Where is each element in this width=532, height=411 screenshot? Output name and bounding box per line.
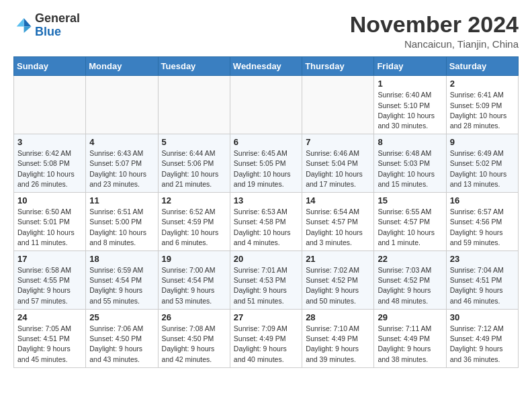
day-detail: Sunrise: 6:55 AM Sunset: 4:57 PM Dayligh… [378,207,442,248]
weekday-wednesday: Wednesday [230,57,302,76]
day-number: 20 [234,254,298,264]
day-number: 18 [89,254,154,264]
calendar-cell: 21Sunrise: 7:02 AM Sunset: 4:52 PM Dayli… [302,251,374,310]
calendar-cell: 26Sunrise: 7:08 AM Sunset: 4:50 PM Dayli… [158,309,230,367]
calendar-cell: 20Sunrise: 7:01 AM Sunset: 4:53 PM Dayli… [230,251,302,310]
calendar-cell [230,76,302,134]
calendar-cell: 19Sunrise: 7:00 AM Sunset: 4:54 PM Dayli… [158,251,230,310]
day-number: 30 [450,312,515,322]
calendar-cell: 29Sunrise: 7:11 AM Sunset: 4:49 PM Dayli… [374,309,446,367]
day-number: 3 [17,137,82,147]
weekday-saturday: Saturday [446,57,518,76]
day-detail: Sunrise: 6:44 AM Sunset: 5:06 PM Dayligh… [162,148,226,189]
weekday-thursday: Thursday [302,57,374,76]
day-detail: Sunrise: 7:01 AM Sunset: 4:53 PM Dayligh… [234,265,298,306]
day-number: 27 [234,312,298,322]
calendar-cell: 8Sunrise: 6:48 AM Sunset: 5:03 PM Daylig… [374,134,446,193]
calendar-cell: 6Sunrise: 6:45 AM Sunset: 5:05 PM Daylig… [230,134,302,193]
calendar-cell: 1Sunrise: 6:40 AM Sunset: 5:10 PM Daylig… [374,76,446,134]
calendar-cell: 11Sunrise: 6:51 AM Sunset: 5:00 PM Dayli… [86,193,158,251]
day-number: 10 [17,195,82,205]
week-row-2: 3Sunrise: 6:42 AM Sunset: 5:08 PM Daylig… [14,134,519,193]
svg-marker-0 [24,18,32,26]
day-detail: Sunrise: 7:02 AM Sunset: 4:52 PM Dayligh… [306,265,370,306]
svg-marker-2 [17,18,24,26]
day-number: 14 [306,195,370,205]
logo-blue: Blue [35,25,61,38]
day-detail: Sunrise: 6:52 AM Sunset: 4:59 PM Dayligh… [162,207,226,248]
day-detail: Sunrise: 6:45 AM Sunset: 5:05 PM Dayligh… [234,148,298,189]
day-number: 24 [17,312,82,322]
calendar-cell: 10Sunrise: 6:50 AM Sunset: 5:01 PM Dayli… [14,193,86,251]
day-detail: Sunrise: 7:06 AM Sunset: 4:50 PM Dayligh… [89,324,154,365]
day-number: 7 [306,137,370,147]
page: General Blue November 2024 Nancaicun, Ti… [0,0,532,377]
week-row-4: 17Sunrise: 6:58 AM Sunset: 4:55 PM Dayli… [14,251,519,310]
day-number: 15 [378,195,442,205]
calendar: SundayMondayTuesdayWednesdayThursdayFrid… [13,56,519,367]
weekday-monday: Monday [86,57,158,76]
day-number: 9 [450,137,515,147]
calendar-cell: 23Sunrise: 7:04 AM Sunset: 4:51 PM Dayli… [446,251,518,310]
day-number: 11 [89,195,154,205]
calendar-cell: 28Sunrise: 7:10 AM Sunset: 4:49 PM Dayli… [302,309,374,367]
day-number: 28 [306,312,370,322]
day-number: 23 [450,254,515,264]
day-number: 1 [378,79,442,89]
day-number: 26 [162,312,226,322]
calendar-cell: 2Sunrise: 6:41 AM Sunset: 5:09 PM Daylig… [446,76,518,134]
day-number: 25 [89,312,154,322]
calendar-cell: 9Sunrise: 6:49 AM Sunset: 5:02 PM Daylig… [446,134,518,193]
day-detail: Sunrise: 7:03 AM Sunset: 4:52 PM Dayligh… [378,265,442,306]
day-number: 29 [378,312,442,322]
week-row-3: 10Sunrise: 6:50 AM Sunset: 5:01 PM Dayli… [14,193,519,251]
calendar-cell: 7Sunrise: 6:46 AM Sunset: 5:04 PM Daylig… [302,134,374,193]
week-row-5: 24Sunrise: 7:05 AM Sunset: 4:51 PM Dayli… [14,309,519,367]
day-detail: Sunrise: 7:08 AM Sunset: 4:50 PM Dayligh… [162,324,226,365]
logo-icon [13,16,32,35]
day-number: 19 [162,254,226,264]
day-number: 2 [450,79,515,89]
calendar-cell: 15Sunrise: 6:55 AM Sunset: 4:57 PM Dayli… [374,193,446,251]
day-number: 22 [378,254,442,264]
svg-marker-1 [24,26,32,32]
day-detail: Sunrise: 6:50 AM Sunset: 5:01 PM Dayligh… [17,207,82,248]
day-detail: Sunrise: 6:54 AM Sunset: 4:57 PM Dayligh… [306,207,370,248]
calendar-cell: 18Sunrise: 6:59 AM Sunset: 4:54 PM Dayli… [86,251,158,310]
day-detail: Sunrise: 6:43 AM Sunset: 5:07 PM Dayligh… [89,148,154,189]
title-block: November 2024 Nancaicun, Tianjin, China [350,12,519,50]
day-detail: Sunrise: 6:46 AM Sunset: 5:04 PM Dayligh… [306,148,370,189]
day-detail: Sunrise: 7:12 AM Sunset: 4:49 PM Dayligh… [450,324,515,365]
day-number: 5 [162,137,226,147]
day-number: 12 [162,195,226,205]
day-detail: Sunrise: 6:58 AM Sunset: 4:55 PM Dayligh… [17,265,82,306]
day-number: 8 [378,137,442,147]
calendar-cell [14,76,86,134]
day-detail: Sunrise: 6:51 AM Sunset: 5:00 PM Dayligh… [89,207,154,248]
calendar-cell: 12Sunrise: 6:52 AM Sunset: 4:59 PM Dayli… [158,193,230,251]
calendar-cell: 5Sunrise: 6:44 AM Sunset: 5:06 PM Daylig… [158,134,230,193]
day-number: 6 [234,137,298,147]
day-detail: Sunrise: 6:48 AM Sunset: 5:03 PM Dayligh… [378,148,442,189]
calendar-cell: 22Sunrise: 7:03 AM Sunset: 4:52 PM Dayli… [374,251,446,310]
calendar-cell: 4Sunrise: 6:43 AM Sunset: 5:07 PM Daylig… [86,134,158,193]
day-detail: Sunrise: 6:53 AM Sunset: 4:58 PM Dayligh… [234,207,298,248]
calendar-cell: 25Sunrise: 7:06 AM Sunset: 4:50 PM Dayli… [86,309,158,367]
header: General Blue November 2024 Nancaicun, Ti… [13,12,519,50]
day-detail: Sunrise: 7:05 AM Sunset: 4:51 PM Dayligh… [17,324,82,365]
calendar-cell [86,76,158,134]
calendar-cell [158,76,230,134]
day-detail: Sunrise: 7:04 AM Sunset: 4:51 PM Dayligh… [450,265,515,306]
calendar-cell [302,76,374,134]
day-number: 21 [306,254,370,264]
weekday-tuesday: Tuesday [158,57,230,76]
day-detail: Sunrise: 6:41 AM Sunset: 5:09 PM Dayligh… [450,90,515,131]
week-row-1: 1Sunrise: 6:40 AM Sunset: 5:10 PM Daylig… [14,76,519,134]
day-number: 17 [17,254,82,264]
day-detail: Sunrise: 6:49 AM Sunset: 5:02 PM Dayligh… [450,148,515,189]
day-number: 4 [89,137,154,147]
calendar-cell: 16Sunrise: 6:57 AM Sunset: 4:56 PM Dayli… [446,193,518,251]
logo-general: General [35,11,80,25]
weekday-sunday: Sunday [14,57,86,76]
day-number: 16 [450,195,515,205]
